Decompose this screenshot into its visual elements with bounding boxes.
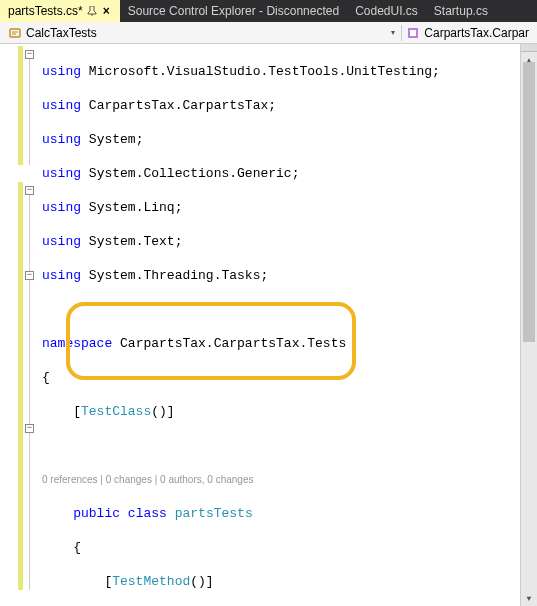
tab-source-control-explorer[interactable]: Source Control Explorer - Disconnected <box>120 0 347 22</box>
chevron-down-icon: ▾ <box>389 28 397 37</box>
outline-toggle[interactable]: − <box>25 424 34 433</box>
navigation-bar: CalcTaxTests ▾ CarpartsTax.Carpar <box>0 22 537 44</box>
keyword: using <box>42 166 81 181</box>
close-icon[interactable]: × <box>101 4 112 18</box>
namespace-ref: System.Collections.Generic <box>89 166 292 181</box>
outline-toggle[interactable]: − <box>25 186 34 195</box>
namespace-ref: System.Threading.Tasks <box>89 268 261 283</box>
codelens-class[interactable]: 0 references | 0 changes | 0 authors, 0 … <box>42 471 537 488</box>
tab-partstests[interactable]: partsTests.cs* × <box>0 0 120 22</box>
scroll-down-arrow[interactable]: ▼ <box>521 590 537 606</box>
tab-label: partsTests.cs* <box>8 4 83 18</box>
outline-guide <box>29 59 30 165</box>
change-bar <box>18 182 23 590</box>
namespace-ref: Microsoft.VisualStudio.TestTools.UnitTes… <box>89 64 432 79</box>
scroll-thumb[interactable] <box>523 62 535 342</box>
document-tab-bar: partsTests.cs* × Source Control Explorer… <box>0 0 537 22</box>
class-dropdown[interactable]: CalcTaxTests ▾ <box>4 25 401 41</box>
change-bar <box>18 46 23 165</box>
keyword: using <box>42 132 81 147</box>
class-name: partsTests <box>175 506 253 521</box>
keyword: using <box>42 98 81 113</box>
split-handle[interactable] <box>521 44 537 52</box>
namespace-name: CarpartsTax.CarpartsTax.Tests <box>120 336 346 351</box>
code-editor[interactable]: − − − − using Microsoft.VisualStudio.Tes… <box>0 44 537 606</box>
namespace-ref: System.Text <box>89 234 175 249</box>
method-icon <box>406 26 420 40</box>
class-icon <box>8 26 22 40</box>
keyword: using <box>42 234 81 249</box>
keyword: class <box>128 506 167 521</box>
keyword: public <box>73 506 120 521</box>
tab-label: Startup.cs <box>434 4 488 18</box>
tab-codedui[interactable]: CodedUI.cs <box>347 0 426 22</box>
outlining-column: − − − − <box>24 44 38 606</box>
keyword: using <box>42 200 81 215</box>
outline-toggle[interactable]: − <box>25 271 34 280</box>
tab-label: Source Control Explorer - Disconnected <box>128 4 339 18</box>
editor-margin <box>0 44 18 606</box>
keyword: namespace <box>42 336 112 351</box>
tab-startup[interactable]: Startup.cs <box>426 0 496 22</box>
namespace-ref: System.Linq <box>89 200 175 215</box>
keyword: using <box>42 64 81 79</box>
attribute: TestClass <box>81 404 151 419</box>
outline-guide <box>29 195 30 590</box>
code-text-area[interactable]: using Microsoft.VisualStudio.TestTools.U… <box>38 44 537 606</box>
svg-rect-4 <box>410 30 416 36</box>
namespace-ref: CarpartsTax.CarpartsTax <box>89 98 268 113</box>
vertical-scrollbar[interactable]: ▲ ▼ <box>520 44 537 606</box>
outline-toggle[interactable]: − <box>25 50 34 59</box>
class-dropdown-label: CalcTaxTests <box>26 26 97 40</box>
keyword: using <box>42 268 81 283</box>
svg-rect-0 <box>10 29 20 37</box>
member-dropdown[interactable]: CarpartsTax.Carpar <box>401 25 533 41</box>
namespace-ref: System <box>89 132 136 147</box>
attribute: TestMethod <box>112 574 190 589</box>
tab-label: CodedUI.cs <box>355 4 418 18</box>
member-dropdown-label: CarpartsTax.Carpar <box>424 26 529 40</box>
pin-icon[interactable] <box>87 6 97 16</box>
